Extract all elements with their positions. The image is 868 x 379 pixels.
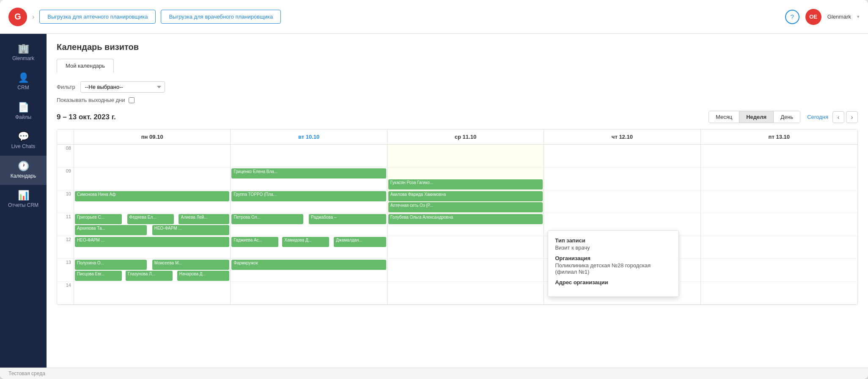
sidebar-item-crm[interactable]: 👤 CRM — [0, 67, 47, 96]
event-gritcenko[interactable]: Гриценко Елена Вла... — [231, 168, 386, 179]
time-row-10: 10 Симонова Нина Аф Группа ТОРРО (Пла...… — [57, 190, 857, 213]
view-buttons: Месяц Неделя День — [709, 111, 800, 123]
calendar-header: пн 09.10 вт 10.10 ср 11.10 чт 12.10 пт 1… — [57, 129, 857, 145]
time-label-11: 11 — [57, 213, 74, 236]
crm-icon: 👤 — [18, 73, 29, 82]
event-khamidova[interactable]: Хамидова Д... — [282, 237, 329, 247]
event-pistsova[interactable]: Писцова Евг... — [75, 271, 122, 281]
tab-my-calendar[interactable]: Мой календарь — [57, 59, 114, 73]
today-button[interactable]: Сегодня — [807, 114, 828, 120]
event-tooltip: Тип записи Визит к врачу Организация Пол… — [548, 230, 679, 297]
time-label-09: 09 — [57, 168, 74, 190]
cell-fri-09 — [701, 168, 857, 190]
time-label-13: 13 — [57, 259, 74, 282]
event-golubeva[interactable]: Голубева Ольга Александровна — [388, 214, 543, 224]
event-arkhipova[interactable]: Архипова Та... — [75, 225, 147, 235]
cell-wed-12 — [387, 236, 544, 259]
tabs: Мой календарь — [57, 59, 858, 73]
next-week-button[interactable]: › — [846, 111, 858, 123]
view-week-button[interactable]: Неделя — [739, 111, 774, 123]
user-menu-chevron-icon[interactable]: ▾ — [857, 14, 860, 19]
logo: G — [8, 8, 27, 26]
sidebar-label-calendar: Календарь — [11, 173, 36, 179]
show-weekends-checkbox[interactable] — [129, 97, 135, 103]
time-label-14: 14 — [57, 282, 74, 305]
cell-mon-12: НЕО-ФАРМ ... — [74, 236, 231, 259]
cell-tue-10: Группа ТОРРО (Пла... — [231, 190, 387, 213]
sidebar-label-files: Файлы — [15, 114, 31, 120]
nav-chevron-icon: › — [32, 13, 34, 21]
event-gadzhieva[interactable]: Гаджиева Ас... — [231, 237, 278, 247]
user-avatar[interactable]: OE — [805, 9, 821, 25]
cell-fri-10 — [701, 190, 857, 213]
cell-thu-09 — [544, 168, 700, 190]
time-header — [57, 129, 74, 144]
pharmacy-export-button[interactable]: Выгрузка для аптечного планировщика — [39, 10, 156, 24]
calendar-grid: пн 09.10 вт 10.10 ср 11.10 чт 12.10 пт 1… — [57, 129, 858, 305]
event-petrova[interactable]: Петрова Ол... — [231, 214, 303, 224]
event-moiseeva[interactable]: Моисеева М... — [152, 260, 230, 270]
filter-row: Фильтр --Не выбрано-- — [57, 81, 858, 93]
filter-label: Фильтр — [57, 84, 75, 90]
time-row-13: 13 Полухина О... Моисеева М... Писцова Е… — [57, 259, 857, 282]
view-day-button[interactable]: День — [774, 111, 800, 123]
event-farmkruzhok[interactable]: Фармкружок — [231, 260, 386, 270]
view-month-button[interactable]: Месяц — [709, 111, 739, 123]
filter-select[interactable]: --Не выбрано-- — [80, 81, 165, 93]
sidebar-item-files[interactable]: 📄 Файлы — [0, 97, 47, 126]
event-nacharova[interactable]: Начарова Д... — [177, 271, 230, 281]
calendar-body: 08 09 Гриценко Елена Вла... — [57, 145, 857, 305]
event-grigoriev[interactable]: Григорьев С... — [75, 214, 122, 224]
sidebar-item-glenmark[interactable]: 🏢 Glenmark — [0, 38, 47, 67]
doctor-export-button[interactable]: Выгрузка для врачебного планировщика — [161, 10, 281, 24]
bottom-status: Тестовая среда — [0, 368, 868, 379]
event-akilova[interactable]: Акилова Фарида Хакимовна — [388, 191, 543, 201]
time-row-09: 09 Гриценко Елена Вла... Гукасян Роза Га… — [57, 168, 857, 190]
col-header-thu: чт 12.10 — [544, 129, 700, 144]
live-chats-icon: 💬 — [18, 132, 29, 141]
prev-week-button[interactable]: ‹ — [832, 111, 844, 123]
col-header-fri: пт 13.10 — [701, 129, 857, 144]
cell-tue-11: Петрова Ол... Раджабова – — [231, 213, 387, 236]
event-polukhina[interactable]: Полухина О... — [75, 260, 147, 270]
event-glazunova[interactable]: Глазунова Л... — [126, 271, 173, 281]
tooltip-type-value: Визит к врачу — [555, 244, 590, 251]
page-title: Календарь визитов — [57, 42, 858, 52]
event-radzhabova[interactable]: Раджабова – — [309, 214, 386, 224]
crm-reports-icon: 📊 — [18, 191, 29, 200]
event-gukasyan[interactable]: Гукасян Роза Гагико... — [388, 179, 543, 190]
sidebar-item-live-chats[interactable]: 💬 Live Chats — [0, 126, 47, 155]
cell-fri-11 — [701, 213, 857, 236]
files-icon: 📄 — [18, 103, 29, 112]
top-bar: G › Выгрузка для аптечного планировщика … — [0, 0, 868, 34]
time-row-14: 14 — [57, 282, 857, 305]
event-simonova[interactable]: Симонова Нина Аф — [75, 191, 229, 201]
top-right: ? OE Glenmark ▾ — [785, 9, 860, 25]
time-label-08: 08 — [57, 145, 74, 168]
cell-wed-13 — [387, 259, 544, 282]
tooltip-org-label: Организация — [555, 255, 672, 261]
col-header-wed: ср 11.10 — [387, 129, 544, 144]
cell-thu-10 — [544, 190, 700, 213]
show-weekends-label: Показывать выходные дни — [57, 97, 125, 103]
date-range: 9 – 13 окт. 2023 г. — [57, 113, 116, 121]
time-row-08: 08 — [57, 145, 857, 168]
cell-wed-10: Акилова Фарида Хакимовна Аптечная сеть О… — [387, 190, 544, 213]
user-name: Glenmark — [827, 14, 851, 20]
event-neo-farm-2[interactable]: НЕО-ФАРМ ... — [75, 237, 229, 247]
tooltip-org-row: Организация Поликлиника детская №28 горо… — [555, 255, 672, 275]
event-aptechnaya[interactable]: Аптечная сеть Оз (Р... — [388, 202, 543, 212]
cell-wed-14 — [387, 282, 544, 305]
event-neo-farm-1[interactable]: НЕО-ФАРМ ... — [152, 225, 230, 235]
cell-fri-14 — [701, 282, 857, 305]
tooltip-addr-label: Адрес организации — [555, 279, 672, 286]
sidebar-item-calendar[interactable]: 🕐 Календарь — [0, 156, 47, 185]
event-alieva[interactable]: Алиева Лей... — [179, 214, 229, 224]
help-button[interactable]: ? — [785, 10, 799, 24]
event-torro[interactable]: Группа ТОРРО (Пла... — [231, 191, 386, 201]
date-nav: 9 – 13 окт. 2023 г. Месяц Неделя День Се… — [57, 111, 858, 123]
event-dzhamaldan[interactable]: Джамалдан... — [334, 237, 386, 247]
sidebar-item-crm-reports[interactable]: 📊 Отчеты CRM — [0, 185, 47, 214]
sidebar-label-crm-reports: Отчеты CRM — [8, 202, 38, 208]
event-fedyaeva[interactable]: Федяева Ел... — [127, 214, 174, 224]
